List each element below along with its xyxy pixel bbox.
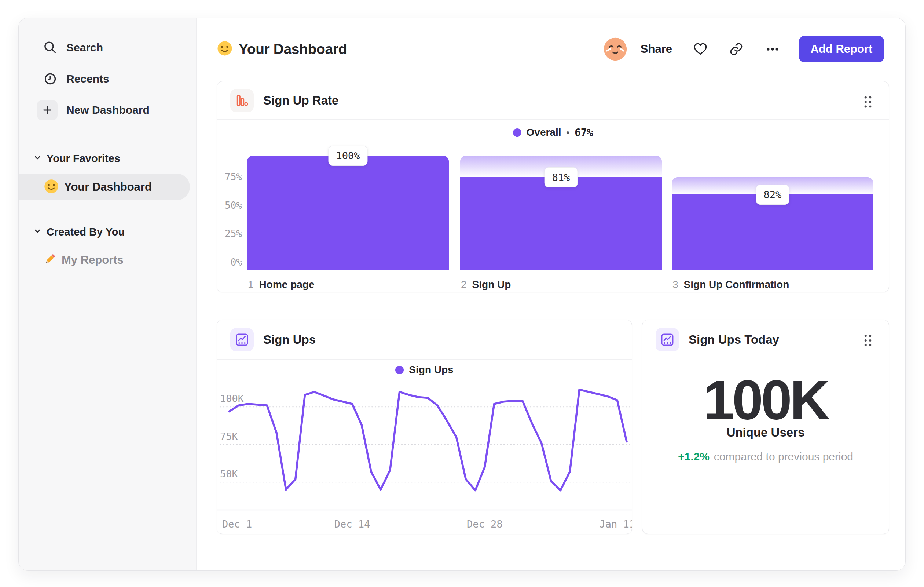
x-tick-label: Dec 14 [334,518,370,530]
main-content: Your Dashboard Share Add Report [196,18,905,570]
chart-legend: Overall • 67% [217,120,889,145]
conversion-badge: 82% [756,185,789,205]
kpi-delta-row: +1.2%compared to previous period [642,451,889,463]
funnel-step-label: 3Sign Up Confirmation [672,279,789,291]
sign-up-rate-card: Sign Up Rate Overall • 67% 0%25%50%75%10… [217,81,889,293]
chevron-down-icon [33,154,41,163]
funnel-step-label: 1Home page [248,279,315,291]
sign-ups-card: Sign Ups Sign Ups 50K75K100KDec 1Dec 14D… [217,319,632,534]
funnel-y-tick: 75% [219,172,242,182]
card-header: Sign Up Rate [217,81,889,120]
add-report-button[interactable]: Add Report [799,36,884,62]
section-title: Your Favorites [46,153,120,165]
x-tick-label: Dec 28 [467,518,503,530]
legend-label: Sign Ups [409,364,453,376]
funnel-bar-2[interactable]: 81% [460,146,662,270]
funnel-bar-fill [460,177,662,270]
favorite-heart-icon[interactable] [693,41,708,57]
sidebar-section-your-favorites[interactable]: Your Favorites [33,153,120,164]
app-window: Search Recents New Dashboard Your Favori… [18,18,906,571]
sidebar-item-label: Your Dashboard [64,180,152,194]
funnel-x-axis-labels: 1Home page2Sign Up3Sign Up Confirmation [217,279,889,292]
page-title-wrap: Your Dashboard [217,40,347,58]
card-title: Sign Ups [263,333,316,347]
funnel-step-label: 2Sign Up [461,279,511,291]
legend-dot [513,128,521,137]
kpi-metric-label: Unique Users [642,426,889,440]
header-actions: Share Add Report [603,36,884,62]
line-plot[interactable]: 50K75K100KDec 1Dec 14Dec 28Jan 11 [217,380,632,534]
sidebar: Search Recents New Dashboard Your Favori… [19,18,196,570]
conversion-badge: 100% [328,146,367,166]
line-chart-icon [656,328,679,351]
kpi-delta: +1.2% [678,451,710,463]
search-icon [40,37,61,58]
pencil-emoji-icon [43,252,57,268]
sign-ups-today-card: Sign Ups Today 100K Unique Users +1.2%co… [642,319,889,534]
funnel-y-tick: 50% [219,200,242,211]
card-title: Sign Up Rate [263,94,338,107]
kpi-delta-note: compared to previous period [714,451,853,463]
step-name: Sign Up [472,279,511,291]
step-number: 1 [248,279,254,291]
funnel-bar-fill [672,194,873,270]
copy-link-icon[interactable] [729,41,744,57]
dashboard-header: Your Dashboard Share Add Report [217,33,884,66]
y-tick-label: 100K [220,393,244,404]
funnel-bar-window [247,155,449,270]
avatar[interactable] [603,37,627,61]
clock-icon [40,69,61,89]
funnel-bar-fill [247,155,449,270]
section-title: Created By You [46,226,125,238]
chart-legend: Sign Ups [217,360,632,380]
step-name: Home page [259,279,315,291]
plus-icon [37,100,58,120]
page-title: Your Dashboard [239,41,347,57]
line-chart-icon [230,328,254,351]
kpi-value: 100K [642,374,889,426]
more-options-icon[interactable] [764,41,780,57]
x-tick-label: Dec 1 [222,518,252,530]
card-header: Sign Ups [217,320,632,360]
conversion-badge: 81% [544,167,578,187]
smiley-emoji-icon [44,179,59,195]
funnel-y-tick: 25% [219,228,242,239]
step-name: Sign Up Confirmation [684,279,789,291]
funnel-bar-1[interactable]: 100% [247,146,449,270]
y-tick-label: 50K [220,468,238,480]
sidebar-item-my-reports[interactable]: My Reports [43,253,124,268]
legend-separator: • [566,127,569,137]
sidebar-item-label: Recents [66,73,109,85]
drag-handle-icon[interactable] [863,95,873,110]
legend-value: 67% [574,127,593,139]
sign-ups-series-line[interactable] [229,390,627,491]
y-tick-label: 75K [220,431,238,442]
chevron-down-icon [33,227,41,236]
sidebar-item-label: Search [66,41,103,54]
step-number: 2 [461,279,467,291]
funnel-plot: 0%25%50%75%100%81%82% [217,146,889,270]
sidebar-item-new-dashboard[interactable]: New Dashboard [19,100,196,120]
card-title: Sign Ups Today [689,333,779,347]
sign-ups-line-chart: 50K75K100KDec 1Dec 14Dec 28Jan 11 [217,380,632,534]
sidebar-item-recents[interactable]: Recents [19,69,196,89]
funnel-bar-3[interactable]: 82% [672,146,873,270]
funnel-chart-icon [230,89,254,112]
legend-dot [395,366,404,374]
sidebar-item-label: New Dashboard [66,104,150,116]
x-tick-label: Jan 11 [599,518,632,530]
drag-handle-icon[interactable] [863,334,873,349]
step-number: 3 [672,279,678,291]
share-button[interactable]: Share [640,43,672,56]
card-header: Sign Ups Today [642,320,889,360]
sidebar-item-search[interactable]: Search [19,37,196,58]
sidebar-item-your-dashboard[interactable]: Your Dashboard [19,174,190,200]
smiley-emoji-icon [217,40,233,58]
sidebar-section-created-by-you[interactable]: Created By You [33,227,125,237]
sidebar-item-label: My Reports [62,253,124,267]
funnel-y-tick: 0% [219,257,242,268]
legend-label: Overall [526,127,561,138]
